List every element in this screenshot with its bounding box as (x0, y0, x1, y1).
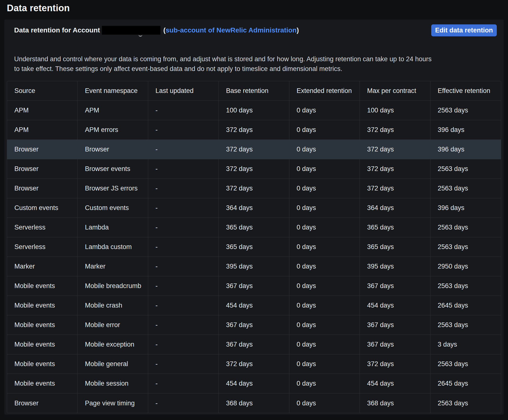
table-cell: 2563 days (430, 101, 501, 120)
table-cell: Mobile exception (78, 335, 148, 354)
table-row[interactable]: BrowserBrowser events-372 days0 days372 … (7, 159, 501, 179)
table-cell: 2645 days (430, 296, 501, 315)
table-row[interactable]: BrowserBrowser JS errors-372 days0 days3… (7, 179, 501, 198)
table-cell: 372 days (360, 120, 430, 140)
table-cell: 3 days (430, 335, 501, 354)
table-cell: 0 days (289, 315, 360, 335)
table-cell: Mobile events (7, 315, 78, 335)
table-cell: - (148, 335, 219, 354)
table-cell: 0 days (289, 237, 360, 257)
table-cell: 0 days (289, 179, 360, 198)
table-header-row: SourceEvent namespaceLast updatedBase re… (7, 81, 501, 101)
table-cell: 0 days (289, 257, 360, 276)
table-head: SourceEvent namespaceLast updatedBase re… (7, 81, 501, 101)
table-cell: - (148, 101, 219, 120)
table-cell: 100 days (360, 101, 430, 120)
paren-open: ( (163, 26, 166, 34)
table-cell: - (148, 354, 219, 374)
table-row[interactable]: ServerlessLambda-365 days0 days365 days2… (7, 218, 501, 237)
table-cell: 2563 days (430, 237, 501, 257)
table-cell: Marker (7, 257, 78, 276)
table-cell: Serverless (7, 218, 78, 237)
table-row[interactable]: MarkerMarker-395 days0 days395 days2950 … (7, 257, 501, 276)
table-cell: 2563 days (430, 276, 501, 296)
table-cell: Browser (7, 179, 78, 198)
table-row[interactable]: ServerlessLambda custom-365 days0 days36… (7, 237, 501, 257)
edit-data-retention-button[interactable]: Edit data retention (431, 24, 497, 36)
table-row[interactable]: Mobile eventsMobile breadcrumb-367 days0… (7, 276, 501, 296)
table-cell: 454 days (219, 296, 289, 315)
table-cell: - (148, 393, 219, 413)
table-cell: 364 days (360, 198, 430, 218)
table-cell: 2563 days (430, 159, 501, 179)
table-cell: 454 days (219, 374, 289, 393)
column-header: Max per contract (360, 81, 430, 101)
table-cell: 2563 days (430, 218, 501, 237)
table-cell: 0 days (289, 374, 360, 393)
table-cell: Browser (7, 159, 78, 179)
table-body: APMAPM-100 days0 days100 days2563 daysAP… (7, 101, 501, 413)
table-row[interactable]: Custom eventsCustom events-364 days0 day… (7, 198, 501, 218)
table-cell: Mobile events (7, 335, 78, 354)
description-text: Understand and control where your data i… (14, 54, 494, 74)
table-cell: 454 days (360, 296, 430, 315)
table-cell: 365 days (219, 237, 289, 257)
table-cell: 364 days (219, 198, 289, 218)
table-row[interactable]: Mobile eventsMobile error-367 days0 days… (7, 315, 501, 335)
description-line-1: Understand and control where your data i… (14, 55, 432, 63)
account-label: Data retention for Account (14, 26, 100, 34)
table-cell: 2563 days (430, 354, 501, 374)
table-cell: 367 days (360, 335, 430, 354)
table-cell: 454 days (360, 374, 430, 393)
table-cell: Mobile error (78, 315, 148, 335)
table-cell: 368 days (219, 393, 289, 413)
table-cell: 396 days (430, 120, 501, 140)
table-cell: 365 days (360, 237, 430, 257)
table-cell: Marker (78, 257, 148, 276)
column-header: Last updated (148, 81, 219, 101)
table-row[interactable]: BrowserBrowser-372 days0 days372 days396… (7, 140, 501, 159)
column-header: Effective retention (430, 81, 501, 101)
account-header-row: Data retention for Account (sub-account … (7, 24, 501, 37)
table-cell: Mobile events (7, 296, 78, 315)
redacted-account-id (102, 26, 160, 35)
table-cell: 395 days (360, 257, 430, 276)
table-cell: 372 days (219, 140, 289, 159)
table-row[interactable]: APMAPM-100 days0 days100 days2563 days (7, 101, 501, 120)
table-cell: 367 days (219, 335, 289, 354)
table-cell: Browser JS errors (78, 179, 148, 198)
table-cell: Lambda custom (78, 237, 148, 257)
table-cell: - (148, 218, 219, 237)
table-cell: Mobile events (7, 374, 78, 393)
table-row[interactable]: Mobile eventsMobile exception-367 days0 … (7, 335, 501, 354)
redaction-artifact (138, 34, 142, 37)
table-cell: 0 days (289, 393, 360, 413)
table-cell: Mobile session (78, 374, 148, 393)
table-cell: 100 days (219, 101, 289, 120)
table-row[interactable]: Mobile eventsMobile session-454 days0 da… (7, 374, 501, 393)
table-cell: Mobile crash (78, 296, 148, 315)
table-cell: 0 days (289, 335, 360, 354)
subaccount-link[interactable]: sub-account of NewRelic Administration (166, 26, 296, 34)
table-cell: 0 days (289, 218, 360, 237)
table-cell: - (148, 296, 219, 315)
table-cell: 395 days (219, 257, 289, 276)
table-cell: APM (7, 120, 78, 140)
table-cell: 2563 days (430, 393, 501, 413)
column-header: Source (7, 81, 78, 101)
table-row[interactable]: Mobile eventsMobile general-372 days0 da… (7, 354, 501, 374)
table-cell: Custom events (7, 198, 78, 218)
table-cell: - (148, 179, 219, 198)
table-cell: Browser events (78, 159, 148, 179)
table-row[interactable]: APMAPM errors-372 days0 days372 days396 … (7, 120, 501, 140)
table-row[interactable]: BrowserPage view timing-368 days0 days36… (7, 393, 501, 413)
page-title: Data retention (0, 0, 508, 20)
table-cell: Serverless (7, 237, 78, 257)
table-cell: Mobile events (7, 354, 78, 374)
table-cell: Page view timing (78, 393, 148, 413)
table-cell: Custom events (78, 198, 148, 218)
description-line-2: to take effect. These settings only affe… (14, 65, 342, 72)
table-cell: 0 days (289, 296, 360, 315)
table-cell: APM (78, 101, 148, 120)
table-row[interactable]: Mobile eventsMobile crash-454 days0 days… (7, 296, 501, 315)
